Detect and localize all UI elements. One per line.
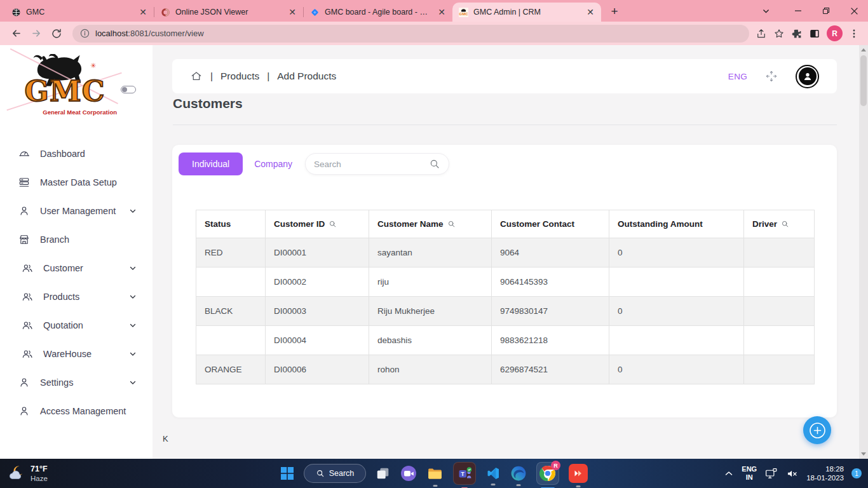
sidebar-item-label: Quotation — [43, 320, 83, 330]
table-cell: riju — [369, 268, 492, 297]
tray-language[interactable]: ENG IN — [742, 465, 757, 482]
table-row[interactable]: DI00004debashis9883621218 — [196, 326, 815, 355]
notification-count-badge[interactable]: 1 — [851, 468, 862, 478]
sidebar-item-label: Dashboard — [40, 149, 85, 159]
breadcrumb-add-products-link[interactable]: Add Products — [277, 71, 336, 82]
sidebar-item-label: Products — [43, 292, 79, 302]
forward-icon[interactable] — [27, 24, 46, 43]
weather-widget[interactable]: 71°F Haze — [6, 459, 48, 488]
app-header: | Products | Add Products ENG — [172, 59, 837, 93]
back-icon[interactable] — [6, 24, 25, 43]
table-row[interactable]: BLACKDI00003Riju Mukherjee97498301470 — [196, 297, 815, 326]
chevron-down-icon — [128, 378, 137, 387]
tab-company[interactable]: Company — [254, 159, 292, 169]
language-selector[interactable]: ENG — [728, 72, 747, 81]
tab-title: GMC Admin | CRM — [473, 8, 580, 17]
home-icon[interactable] — [190, 70, 203, 83]
table-cell: 0 — [609, 355, 744, 384]
table-cell: DI00002 — [266, 268, 369, 297]
sidebar: ✳ GMC General Meat Corporation Dashboard… — [0, 45, 153, 459]
chat-video-icon[interactable] — [400, 465, 417, 482]
column-search-icon[interactable] — [781, 220, 789, 228]
search-input[interactable] — [314, 159, 429, 169]
sidebar-item-quotation[interactable]: Quotation — [0, 311, 153, 339]
task-view-icon[interactable] — [376, 466, 391, 481]
browser-tab-json-viewer[interactable]: Online JSON Viewer ✕ — [154, 3, 303, 22]
table-cell: debashis — [369, 326, 492, 355]
side-panel-icon[interactable] — [809, 28, 820, 39]
new-tab-button[interactable]: + — [606, 3, 623, 20]
scroll-up-icon[interactable] — [861, 48, 866, 51]
search-icon[interactable] — [429, 158, 440, 170]
sidebar-item-branch[interactable]: Branch — [0, 225, 153, 254]
table-cell — [744, 268, 815, 297]
vscode-icon[interactable] — [485, 466, 501, 481]
tray-clock[interactable]: 18:28 18-01-2023 — [806, 464, 844, 482]
table-cell — [744, 326, 815, 355]
tab-close-icon[interactable]: ✕ — [137, 6, 149, 18]
window-close-button[interactable] — [840, 0, 868, 22]
web-page: ✳ GMC General Meat Corporation Dashboard… — [0, 45, 868, 459]
tray-show-hidden-icons[interactable] — [724, 468, 734, 478]
sidebar-item-label: Settings — [40, 377, 73, 388]
red-diamond-app-icon[interactable] — [569, 464, 588, 483]
tab-search-chevron-icon[interactable] — [756, 0, 775, 22]
breadcrumb-products-link[interactable]: Products — [220, 71, 259, 82]
sidebar-item-customer[interactable]: Customer — [0, 254, 153, 282]
bookmark-star-icon[interactable] — [773, 28, 785, 39]
tab-close-icon[interactable]: ✕ — [436, 6, 447, 18]
page-scrollbar[interactable] — [859, 45, 868, 459]
table-cell: DI00004 — [266, 326, 369, 355]
scroll-down-icon[interactable] — [861, 452, 866, 456]
tab-individual[interactable]: Individual — [179, 152, 243, 175]
start-button[interactable] — [280, 466, 294, 480]
jira-favicon-icon — [310, 8, 320, 17]
browser-tab-gmc[interactable]: GMC ✕ — [5, 3, 154, 22]
teams-icon[interactable]: T — [453, 462, 476, 485]
table-cell: sayantan — [369, 238, 492, 268]
browser-profile-avatar[interactable]: R — [827, 25, 843, 41]
sidebar-item-products[interactable]: Products — [0, 282, 153, 311]
scrollbar-thumb[interactable] — [860, 55, 867, 106]
chrome-icon[interactable]: R — [536, 462, 559, 485]
browser-tab-jira[interactable]: GMC board - Agile board - Jira ✕ — [304, 3, 452, 22]
window-restore-button[interactable] — [812, 0, 840, 22]
sidebar-item-warehouse[interactable]: WareHouse — [0, 339, 153, 368]
site-info-icon[interactable] — [80, 29, 90, 38]
gmc-logo: ✳ GMC General Meat Corporation — [9, 54, 121, 129]
chevron-down-icon — [128, 292, 137, 301]
sidebar-item-label: Customer — [43, 263, 83, 273]
window-minimize-button[interactable] — [784, 0, 812, 22]
network-icon[interactable] — [764, 467, 778, 480]
extensions-puzzle-icon[interactable] — [791, 28, 803, 39]
add-customer-fab-button[interactable] — [803, 416, 831, 444]
table-row[interactable]: REDDI00001sayantan90640 — [196, 238, 815, 268]
browser-tab-gmc-admin-active[interactable]: GMC GMC Admin | CRM ✕ — [452, 3, 601, 22]
file-explorer-icon[interactable] — [426, 465, 444, 482]
sidebar-item-master-data-setup[interactable]: Master Data Setup — [0, 168, 153, 196]
stray-text: K — [163, 434, 168, 444]
browser-menu-icon[interactable] — [849, 29, 859, 39]
column-search-icon[interactable] — [329, 220, 337, 228]
table-cell: 9064145393 — [492, 268, 609, 297]
edge-icon[interactable] — [510, 465, 527, 482]
reload-icon[interactable] — [47, 24, 66, 43]
table-row[interactable]: DI00002riju9064145393 — [196, 268, 815, 297]
sidebar-item-access-management[interactable]: Access Management — [0, 396, 153, 425]
table-row[interactable]: ORANGEDI00006rohon62968745210 — [196, 355, 815, 384]
tab-close-icon[interactable]: ✕ — [585, 6, 596, 18]
user-avatar-icon[interactable] — [796, 65, 819, 88]
sidebar-item-user-management[interactable]: User Management — [0, 196, 153, 225]
address-bar[interactable]: localhost:8081/customer/view — [72, 25, 749, 43]
volume-muted-icon[interactable] — [785, 467, 799, 480]
table-cell: DI00003 — [266, 297, 369, 326]
taskbar-search[interactable]: Search — [304, 464, 366, 483]
move-arrows-icon[interactable] — [765, 70, 778, 83]
sidebar-item-dashboard[interactable]: Dashboard — [0, 139, 153, 168]
column-search-icon[interactable] — [447, 220, 456, 228]
tab-close-icon[interactable]: ✕ — [287, 6, 298, 18]
sidebar-item-settings[interactable]: Settings — [0, 368, 153, 396]
share-icon[interactable] — [756, 28, 767, 39]
sidebar-collapse-toggle[interactable] — [121, 86, 136, 93]
tray-date: 18-01-2023 — [806, 473, 844, 482]
